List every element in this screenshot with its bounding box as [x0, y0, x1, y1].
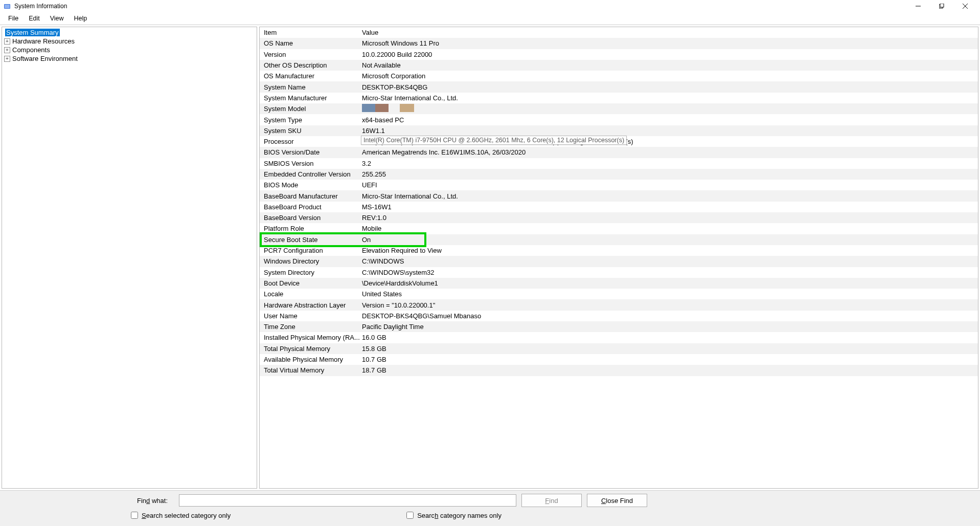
search-names-checkbox-input[interactable] — [406, 512, 414, 519]
row-item: BaseBoard Product — [262, 203, 362, 211]
table-row[interactable]: Time ZonePacific Daylight Time — [260, 321, 978, 332]
table-row[interactable]: LocaleUnited States — [260, 289, 978, 299]
app-icon — [3, 2, 11, 10]
table-row[interactable]: BIOS ModeUEFI — [260, 180, 978, 190]
find-button[interactable]: Find — [521, 494, 582, 507]
table-row[interactable]: Hardware Abstraction LayerVersion = "10.… — [260, 299, 978, 310]
table-row[interactable]: Secure Boot StateOn — [260, 234, 978, 245]
table-row[interactable]: OS NameMicrosoft Windows 11 Pro — [260, 38, 978, 49]
table-row[interactable]: BaseBoard ProductMS-16W1 — [260, 202, 978, 212]
row-value: UEFI — [362, 181, 976, 189]
table-row[interactable]: SMBIOS Version3.2 — [260, 158, 978, 169]
row-item: PCR7 Configuration — [262, 247, 362, 254]
row-item: OS Name — [262, 39, 362, 47]
column-header-row[interactable]: Item Value — [260, 27, 978, 38]
column-header-value[interactable]: Value — [362, 29, 976, 36]
minimize-button[interactable] — [906, 0, 930, 12]
window-title: System Information — [14, 3, 906, 10]
row-value: REV:1.0 — [362, 214, 976, 222]
row-value: C:\WINDOWS\system32 — [362, 269, 976, 276]
row-value: 16.0 GB — [362, 334, 976, 341]
row-value: DESKTOP-BKS4QBG — [362, 83, 976, 91]
row-value: Micro-Star International Co., Ltd. — [362, 192, 976, 200]
titlebar: System Information — [0, 0, 980, 12]
table-row[interactable]: PCR7 ConfigurationElevation Required to … — [260, 245, 978, 256]
tree-item-label: Software Environment — [12, 55, 78, 62]
table-row[interactable]: System DirectoryC:\WINDOWS\system32 — [260, 267, 978, 278]
row-item: Total Physical Memory — [262, 345, 362, 353]
row-value: 3.2 — [362, 160, 976, 167]
table-row[interactable]: Version10.0.22000 Build 22000 — [260, 49, 978, 60]
row-item: Processor — [262, 138, 362, 145]
row-item: System SKU — [262, 127, 362, 135]
table-row[interactable]: BIOS Version/DateAmerican Megatrends Inc… — [260, 147, 978, 158]
row-item: User Name — [262, 312, 362, 320]
row-value: Intel(R) Core(TM) i7-9750H CPU @ 2.60GHz… — [362, 138, 976, 145]
table-row[interactable]: User NameDESKTOP-BKS4QBG\Samuel Mbanaso — [260, 311, 978, 321]
tree-item[interactable]: +Hardware Resources — [4, 37, 255, 46]
table-row[interactable]: Windows DirectoryC:\WINDOWS — [260, 256, 978, 267]
search-selected-checkbox-input[interactable] — [131, 512, 138, 519]
table-row[interactable]: Embedded Controller Version255.255 — [260, 169, 978, 180]
column-header-item[interactable]: Item — [262, 29, 362, 36]
row-item: System Type — [262, 116, 362, 124]
row-value: \Device\HarddiskVolume1 — [362, 279, 976, 287]
table-row[interactable]: OS ManufacturerMicrosoft Corporation — [260, 71, 978, 81]
maximize-button[interactable] — [930, 0, 953, 12]
tree-root-label: System Summary — [5, 29, 60, 36]
table-row[interactable]: System ManufacturerMicro-Star Internatio… — [260, 93, 978, 103]
app-window: System Information File Edit View Help S… — [0, 0, 980, 526]
table-row[interactable]: System SKU16W1.1 — [260, 125, 978, 136]
tree-root[interactable]: System Summary — [4, 28, 255, 37]
table-row[interactable]: Boot Device\Device\HarddiskVolume1 — [260, 278, 978, 289]
row-value: United States — [362, 290, 976, 298]
expand-icon[interactable]: + — [4, 56, 10, 62]
table-row[interactable]: System Typex64-based PC — [260, 114, 978, 125]
find-label: Find what: — [5, 497, 174, 505]
table-row[interactable]: System Model — [260, 103, 978, 114]
row-value: 255.255 — [362, 170, 976, 178]
svg-rect-1 — [5, 5, 10, 8]
row-item: Available Physical Memory — [262, 356, 362, 363]
row-item: BIOS Version/Date — [262, 148, 362, 156]
search-selected-checkbox[interactable]: Search selected category only — [129, 510, 231, 520]
row-value: Not Available — [362, 61, 976, 69]
close-button[interactable] — [953, 0, 977, 12]
row-value: C:\WINDOWS — [362, 257, 976, 265]
menu-help[interactable]: Help — [69, 14, 93, 23]
menu-file[interactable]: File — [3, 14, 24, 23]
table-row[interactable]: Available Physical Memory10.7 GB — [260, 354, 978, 365]
table-row[interactable]: Other OS DescriptionNot Available — [260, 60, 978, 71]
row-item: Secure Boot State — [262, 236, 362, 244]
tree-item[interactable]: +Components — [4, 46, 255, 54]
table-row[interactable]: Total Virtual Memory18.7 GB — [260, 365, 978, 376]
close-find-button[interactable]: Close Find — [587, 494, 647, 507]
tree-pane[interactable]: System Summary +Hardware Resources+Compo… — [2, 27, 257, 489]
tree-item[interactable]: +Software Environment — [4, 54, 255, 63]
row-value: American Megatrends Inc. E16W1IMS.10A, 2… — [362, 148, 976, 156]
table-row[interactable]: ProcessorIntel(R) Core(TM) i7-9750H CPU … — [260, 136, 978, 147]
row-value: Mobile — [362, 225, 976, 232]
table-row[interactable]: BaseBoard VersionREV:1.0 — [260, 212, 978, 223]
table-row[interactable]: Total Physical Memory15.8 GB — [260, 343, 978, 354]
search-names-checkbox[interactable]: Search category names only — [404, 510, 502, 520]
menu-edit[interactable]: Edit — [24, 14, 45, 23]
detail-list[interactable]: Item Value OS NameMicrosoft Windows 11 P… — [260, 27, 978, 488]
row-value: x64-based PC — [362, 116, 976, 124]
menu-view[interactable]: View — [45, 14, 69, 23]
row-value: Pacific Daylight Time — [362, 323, 976, 331]
detail-pane: Item Value OS NameMicrosoft Windows 11 P… — [259, 27, 978, 489]
find-input[interactable] — [179, 494, 516, 507]
table-row[interactable]: Platform RoleMobile — [260, 223, 978, 234]
table-row[interactable]: BaseBoard ManufacturerMicro-Star Interna… — [260, 190, 978, 201]
expand-icon[interactable]: + — [4, 38, 10, 45]
row-item: System Directory — [262, 269, 362, 276]
row-value: Microsoft Windows 11 Pro — [362, 39, 976, 47]
menubar: File Edit View Help — [0, 12, 980, 25]
row-item: System Model — [262, 105, 362, 113]
table-row[interactable]: System NameDESKTOP-BKS4QBG — [260, 81, 978, 92]
table-row[interactable]: Installed Physical Memory (RA...16.0 GB — [260, 332, 978, 343]
row-item: Time Zone — [262, 323, 362, 331]
row-item: Version — [262, 51, 362, 58]
expand-icon[interactable]: + — [4, 47, 10, 53]
